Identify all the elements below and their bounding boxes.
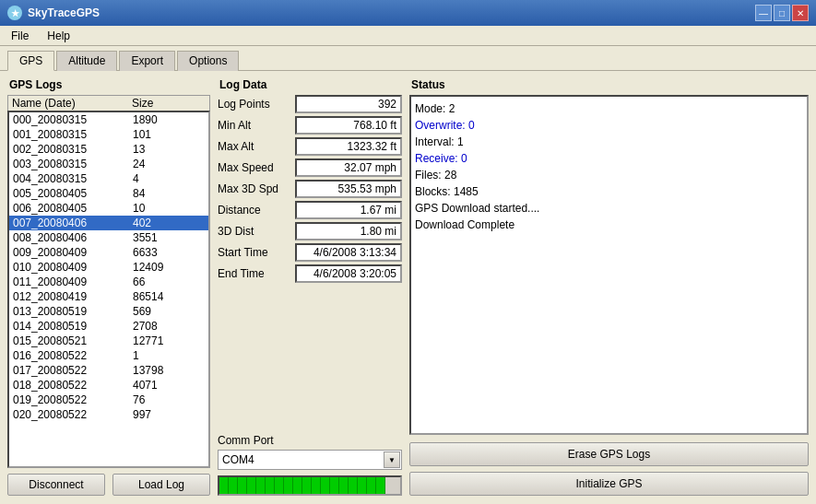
field-label: Max Speed xyxy=(218,161,291,174)
field-value: 32.07 mph xyxy=(295,158,402,177)
log-item[interactable]: 016_200805221 xyxy=(9,348,208,363)
status-line: Interval: 1 xyxy=(415,134,803,150)
comm-port-label: Comm Port xyxy=(218,434,402,447)
log-item-name: 013_20080519 xyxy=(13,305,133,318)
comm-port-select[interactable]: COM1COM2COM3COM4COM5 xyxy=(218,450,402,470)
log-item[interactable]: 005_2008040584 xyxy=(9,186,208,201)
log-item[interactable]: 012_2008041986514 xyxy=(9,289,208,304)
log-item-size: 86514 xyxy=(133,290,205,303)
log-item-name: 005_20080405 xyxy=(13,187,133,200)
log-item[interactable]: 010_2008040912409 xyxy=(9,260,208,275)
status-text-area: Mode: 2Overwrite: 0Interval: 1Receive: 0… xyxy=(409,95,809,435)
progress-segment xyxy=(367,477,376,494)
progress-segment xyxy=(358,477,367,494)
log-item-name: 006_20080405 xyxy=(13,202,133,215)
log-item-name: 012_20080419 xyxy=(13,290,133,303)
log-data-fields: Log Points 392 Min Alt 768.10 ft Max Alt… xyxy=(218,95,402,283)
tab-bar: GPS Altitude Export Options xyxy=(0,46,816,71)
progress-segment xyxy=(256,477,266,494)
progress-segment xyxy=(229,477,238,494)
tab-options[interactable]: Options xyxy=(177,51,239,71)
field-value: 392 xyxy=(295,95,402,113)
log-item[interactable]: 014_200805192708 xyxy=(9,319,208,334)
log-data-field-row: Distance 1.67 mi xyxy=(218,201,402,219)
field-label: Max Alt xyxy=(218,140,291,153)
log-item[interactable]: 018_200805224071 xyxy=(9,378,208,393)
log-item-name: 003_20080315 xyxy=(13,158,133,170)
progress-segment xyxy=(284,477,293,494)
log-data-field-row: Max Speed 32.07 mph xyxy=(218,158,402,177)
progress-segment xyxy=(376,477,385,494)
field-value: 1323.32 ft xyxy=(295,137,402,156)
log-data-title: Log Data xyxy=(218,78,402,91)
log-item[interactable]: 000_200803151890 xyxy=(9,112,208,127)
log-item-name: 004_20080315 xyxy=(13,172,133,185)
progress-segment xyxy=(349,477,358,494)
load-log-button[interactable]: Load Log xyxy=(112,474,210,496)
log-item-size: 3551 xyxy=(133,231,205,244)
log-item[interactable]: 004_200803154 xyxy=(9,171,208,186)
tab-altitude[interactable]: Altitude xyxy=(56,51,117,71)
tab-export[interactable]: Export xyxy=(119,51,175,71)
menu-file[interactable]: File xyxy=(4,28,36,43)
menu-bar: File Help xyxy=(0,26,816,46)
comm-port-section: Comm Port COM1COM2COM3COM4COM5 ▼ xyxy=(218,427,402,496)
gps-action-buttons: Erase GPS Logs Initialize GPS xyxy=(409,442,809,496)
log-item[interactable]: 020_20080522997 xyxy=(9,407,208,422)
field-label: End Time xyxy=(218,267,291,280)
log-item[interactable]: 007_20080406402 xyxy=(9,216,208,230)
field-value: 768.10 ft xyxy=(295,116,402,135)
log-item-name: 007_20080406 xyxy=(13,217,133,229)
field-value: 4/6/2008 3:20:05 xyxy=(295,264,402,283)
field-value: 1.67 mi xyxy=(295,201,402,219)
field-value: 535.53 mph xyxy=(295,180,402,198)
log-item[interactable]: 002_2008031513 xyxy=(9,142,208,157)
log-item[interactable]: 013_20080519569 xyxy=(9,304,208,319)
erase-gps-logs-button[interactable]: Erase GPS Logs xyxy=(409,442,809,466)
log-item[interactable]: 009_200804096633 xyxy=(9,245,208,260)
log-item[interactable]: 008_200804063551 xyxy=(9,230,208,245)
comm-port-select-wrapper[interactable]: COM1COM2COM3COM4COM5 ▼ xyxy=(218,450,402,470)
log-item-name: 016_20080522 xyxy=(13,349,133,362)
log-item-size: 6633 xyxy=(133,246,205,259)
log-item[interactable]: 006_2008040510 xyxy=(9,201,208,216)
log-item-size: 13 xyxy=(133,143,205,156)
log-item-name: 014_20080519 xyxy=(13,320,133,333)
field-label: Start Time xyxy=(218,246,291,259)
field-label: Min Alt xyxy=(218,119,291,132)
log-item-size: 13798 xyxy=(133,364,205,377)
status-line: Mode: 2 xyxy=(415,100,803,117)
maximize-button[interactable]: □ xyxy=(774,5,790,21)
list-header-name: Name (Date) xyxy=(12,97,132,110)
field-value: 4/6/2008 3:13:34 xyxy=(295,243,402,262)
window-title: SkyTraceGPS xyxy=(28,6,100,19)
log-item[interactable]: 017_2008052213798 xyxy=(9,363,208,378)
log-data-field-row: Min Alt 768.10 ft xyxy=(218,116,402,135)
disconnect-button[interactable]: Disconnect xyxy=(7,474,105,496)
gps-logs-panel: GPS Logs Name (Date) Size 000_2008031518… xyxy=(7,78,210,496)
log-buttons: Disconnect Load Log xyxy=(7,474,210,496)
log-item-size: 4 xyxy=(133,172,205,185)
log-item[interactable]: 003_2008031524 xyxy=(9,157,208,171)
log-item-size: 24 xyxy=(133,158,205,170)
log-item-size: 10 xyxy=(133,202,205,215)
minimize-button[interactable]: — xyxy=(755,5,772,21)
progress-segment xyxy=(293,477,302,494)
field-label: 3D Dist xyxy=(218,225,291,238)
tab-gps[interactable]: GPS xyxy=(7,51,54,71)
status-title: Status xyxy=(409,78,809,91)
log-item[interactable]: 011_2008040966 xyxy=(9,275,208,289)
close-button[interactable]: ✕ xyxy=(792,5,809,21)
log-item-size: 1 xyxy=(133,349,205,362)
log-data-field-row: 3D Dist 1.80 mi xyxy=(218,222,402,240)
log-list-container[interactable]: 000_200803151890001_20080315101002_20080… xyxy=(7,111,210,468)
log-item-size: 997 xyxy=(133,408,205,421)
log-item[interactable]: 019_2008052276 xyxy=(9,393,208,407)
log-item[interactable]: 015_2008052112771 xyxy=(9,334,208,348)
title-bar: ★ SkyTraceGPS — □ ✕ xyxy=(0,0,816,26)
menu-help[interactable]: Help xyxy=(40,28,77,43)
log-item[interactable]: 001_20080315101 xyxy=(9,127,208,142)
log-item-size: 101 xyxy=(133,128,205,141)
log-item-name: 011_20080409 xyxy=(13,275,133,288)
initialize-gps-button[interactable]: Initialize GPS xyxy=(409,472,809,496)
